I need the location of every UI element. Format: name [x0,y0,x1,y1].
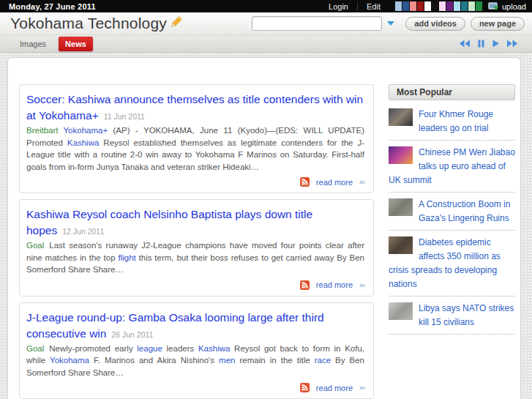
article-source: Goal [26,241,44,250]
body-text: F. Marinos and Akira Nishino's [89,356,219,365]
article-date: 11 Jun 2011 [104,112,145,121]
color-swatch[interactable] [468,1,475,11]
upload-label: upload [502,2,526,11]
tab-images[interactable]: Images [13,37,53,51]
most-popular-item[interactable]: Chinese PM Wen Jiabao talks up euro ahea… [389,141,515,193]
inline-link[interactable]: Yokohama [50,356,89,365]
read-more-link[interactable]: read more [316,280,353,289]
tab-strip: Images News [0,35,532,53]
inline-link[interactable]: flight [118,253,135,262]
pause-icon[interactable] [478,40,484,48]
article-source: Goal [26,344,44,353]
article-footer: read more ››› [26,173,364,187]
article-thumbnail [389,236,413,254]
inline-link[interactable]: Kashiwa [67,138,99,147]
article-body: GoalNewly-promoted early league leaders … [26,343,364,379]
read-more-link[interactable]: read more [316,384,353,392]
article-date: 12 Jun 2011 [62,227,104,236]
color-swatch[interactable] [395,1,402,11]
color-swatch[interactable] [461,1,468,11]
fast-forward-icon[interactable] [507,40,517,48]
article-card: Kashiwa Reysol coach Nelsinho Baptista p… [19,199,374,297]
content-panel: Soccer: Kashiwa announce themselves as t… [7,57,521,399]
popular-item-link[interactable]: Libya says NATO strikes kill 15 civilian… [419,303,514,327]
article-body-text: Newly-promoted early league leaders Kash… [26,344,364,377]
site-header: Yokohama Technology add videos new page [0,12,532,35]
article-footer: read more ››› [26,276,364,290]
read-more-arrows-icon: ››› [359,281,364,289]
upload-icon [488,2,499,11]
rss-icon[interactable] [300,383,310,392]
article-thumbnail [389,108,413,126]
new-page-button[interactable]: new page [471,17,525,31]
slideshow-controls [460,40,525,48]
article-thumbnail [389,146,413,164]
edit-link[interactable]: Edit [357,2,389,11]
article-card: Soccer: Kashiwa announce themselves as t… [19,84,374,193]
content-area: Soccer: Kashiwa announce themselves as t… [0,53,532,399]
article-heading: Kashiwa Reysol coach Nelsinho Baptista p… [26,206,364,239]
play-icon[interactable] [492,40,499,48]
article-body: BreitbartYokohama+ (AP) - YOKOHAMA, June… [26,124,364,173]
article-card: J-League round-up: Gamba Osaka looming l… [19,302,374,399]
inline-link[interactable]: league [137,344,162,353]
most-popular-item[interactable]: A Construction Boom in Gaza's Lingering … [389,193,515,231]
inline-link[interactable]: men [219,356,235,365]
article-heading: Soccer: Kashiwa announce themselves as t… [26,92,364,124]
most-popular-list: Four Khmer Rouge leaders go on trial Chi… [389,100,515,335]
body-text: remain in the title [235,356,314,365]
login-link[interactable]: Login [320,2,357,11]
inline-link[interactable]: race [315,356,331,365]
article-heading: J-League round-up: Gamba Osaka looming l… [26,310,364,342]
current-date: Monday, 27 June 2011 [9,2,96,11]
rewind-icon[interactable] [460,40,470,48]
article-source: Breitbart [26,126,58,135]
most-popular-item[interactable]: Diabetes epidemic affects 350 million as… [389,231,515,297]
articles-list: Soccer: Kashiwa announce themselves as t… [19,84,374,399]
article-thumbnail [389,302,413,320]
article-body-text: Yokohama+ (AP) - YOKOHAMA, June 11 (Kyod… [26,126,364,171]
article-body: GoalLast season's runaway J2-League cham… [26,239,364,276]
body-text: leaders [162,344,198,353]
inline-link[interactable]: Yokohama+ [63,126,108,135]
search-dropdown-icon[interactable] [387,21,394,26]
read-more-arrows-icon: ››› [359,178,364,186]
rss-icon[interactable] [300,177,310,187]
color-swatch[interactable] [410,1,416,11]
color-swatches [395,1,482,11]
sidebar: Most Popular Four Khmer Rouge leaders go… [389,84,520,399]
upload-button[interactable]: upload [488,2,526,11]
color-swatch[interactable] [402,1,409,11]
top-bar: Monday, 27 June 2011 Login Edit upload [0,0,532,12]
color-swatch[interactable] [417,1,424,11]
read-more-arrows-icon: ››› [359,384,364,392]
color-swatch[interactable] [446,1,453,11]
popular-item-link[interactable]: Four Khmer Rouge leaders go on trial [419,109,493,133]
popular-item-link[interactable]: A Construction Boom in Gaza's Lingering … [419,199,510,223]
add-videos-button[interactable]: add videos [405,17,465,31]
most-popular-header: Most Popular [389,84,515,100]
page-title: Yokohama Technology [10,15,184,32]
article-title-link[interactable]: Soccer: Kashiwa announce themselves as t… [26,93,363,122]
rss-icon[interactable] [300,280,310,290]
article-thumbnail [389,198,413,216]
most-popular-item[interactable]: Libya says NATO strikes kill 15 civilian… [389,297,515,335]
article-body-text: Last season's runaway J2-League champion… [26,241,364,274]
color-swatch[interactable] [476,1,482,11]
tab-news[interactable]: News [59,37,93,51]
inline-link[interactable]: Kashiwa [198,344,230,353]
article-footer: read more ››› [26,379,364,392]
most-popular-item[interactable]: Four Khmer Rouge leaders go on trial [389,102,515,141]
color-swatch[interactable] [439,1,446,11]
article-title-link[interactable]: J-League round-up: Gamba Osaka looming l… [26,311,324,340]
site-title-text: Yokohama Technology [10,15,167,32]
read-more-link[interactable]: read more [316,178,353,187]
body-text: Newly-promoted early [49,344,137,353]
search-input[interactable] [252,16,382,31]
edit-pencil-icon[interactable] [170,15,184,32]
color-swatch[interactable] [432,1,438,11]
color-swatch[interactable] [424,1,431,11]
color-swatch[interactable] [454,1,460,11]
article-date: 26 Jun 2011 [111,330,153,339]
